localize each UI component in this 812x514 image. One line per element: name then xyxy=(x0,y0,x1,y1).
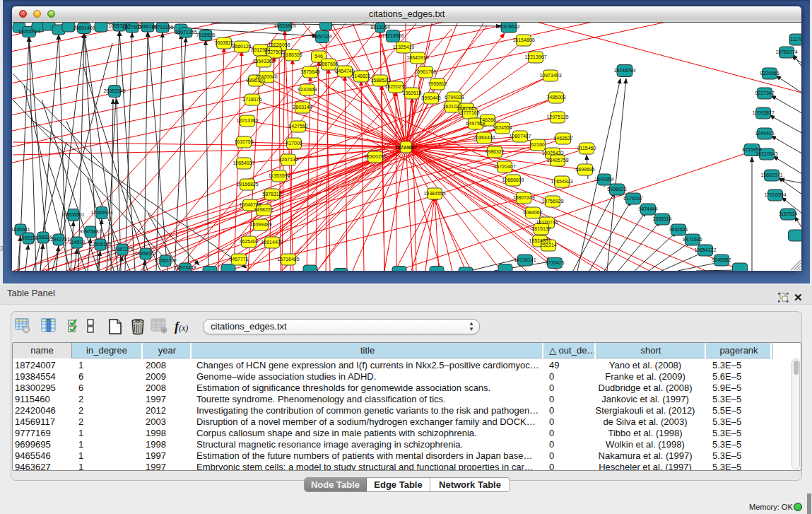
svg-text:10961768: 10961768 xyxy=(414,69,436,74)
svg-text:3498222: 3498222 xyxy=(254,207,273,212)
svg-text:15751074: 15751074 xyxy=(775,49,797,54)
svg-text:18807249: 18807249 xyxy=(512,195,534,200)
svg-text:5938923: 5938923 xyxy=(607,187,626,192)
svg-text:6179197: 6179197 xyxy=(623,196,642,201)
svg-text:18220237: 18220237 xyxy=(384,84,406,89)
svg-text:2803144: 2803144 xyxy=(293,105,312,110)
svg-text:6794028: 6794028 xyxy=(445,95,464,100)
svg-text:2718176: 2718176 xyxy=(242,97,261,102)
svg-text:5878312: 5878312 xyxy=(262,192,281,197)
svg-text:14136141: 14136141 xyxy=(514,257,536,262)
svg-text:9474444: 9474444 xyxy=(638,206,657,211)
svg-text:2867608: 2867608 xyxy=(319,62,338,66)
svg-text:18300295: 18300295 xyxy=(364,154,386,159)
svg-text:7663822: 7663822 xyxy=(214,40,233,45)
svg-text:93975887: 93975887 xyxy=(79,229,101,234)
svg-text:14055714: 14055714 xyxy=(18,29,40,34)
svg-text:10654122: 10654122 xyxy=(694,247,716,252)
svg-text:15692971: 15692971 xyxy=(760,173,782,177)
svg-text:11170: 11170 xyxy=(790,37,801,42)
svg-text:9463627: 9463627 xyxy=(553,136,572,141)
svg-text:22420046: 22420046 xyxy=(255,74,277,79)
svg-text:1835081: 1835081 xyxy=(12,227,30,232)
svg-text:12213967: 12213967 xyxy=(524,54,546,59)
svg-text:9115460: 9115460 xyxy=(577,146,596,151)
svg-text:16671355: 16671355 xyxy=(175,30,196,35)
svg-text:9227342: 9227342 xyxy=(755,90,774,95)
svg-text:8990448: 8990448 xyxy=(421,95,440,100)
svg-text:1733426: 1733426 xyxy=(545,260,564,265)
svg-text:16914479: 16914479 xyxy=(261,240,283,245)
svg-text:10958167: 10958167 xyxy=(134,251,156,256)
svg-text:18724007: 18724007 xyxy=(395,145,417,150)
svg-text:16148784: 16148784 xyxy=(613,68,635,73)
svg-text:10807487: 10807487 xyxy=(509,134,531,139)
svg-text:7515526: 7515526 xyxy=(196,33,215,37)
svg-text:19166825: 19166825 xyxy=(236,182,258,187)
svg-text:12923448: 12923448 xyxy=(174,265,196,270)
svg-text:8427552: 8427552 xyxy=(288,124,307,129)
svg-text:14099489: 14099489 xyxy=(249,222,271,227)
svg-text:546: 546 xyxy=(314,54,323,59)
svg-text:12505135: 12505135 xyxy=(89,242,111,247)
svg-text:10973493: 10973493 xyxy=(539,73,561,78)
svg-text:9146821: 9146821 xyxy=(351,74,370,78)
svg-text:1588520: 1588520 xyxy=(370,78,389,83)
svg-text:26378612: 26378612 xyxy=(498,24,519,29)
svg-text:8471636: 8471636 xyxy=(683,237,702,242)
svg-text:17957275: 17957275 xyxy=(111,247,133,252)
svg-text:1362615: 1362615 xyxy=(402,90,421,95)
svg-text:8454749: 8454749 xyxy=(335,69,354,74)
svg-text:1610753: 1610753 xyxy=(234,139,253,144)
svg-text:15720407: 15720407 xyxy=(493,164,515,169)
svg-text:1640954: 1640954 xyxy=(594,177,613,182)
svg-text:7857224: 7857224 xyxy=(312,34,331,39)
svg-text:3624554: 3624554 xyxy=(493,125,512,130)
svg-text:17016504: 17016504 xyxy=(764,192,786,197)
svg-text:19384554: 19384554 xyxy=(423,191,445,196)
svg-text:9457771: 9457771 xyxy=(229,257,248,262)
svg-text:12093877: 12093877 xyxy=(752,110,774,115)
svg-text:7632621: 7632621 xyxy=(669,227,688,232)
svg-text:17359934: 17359934 xyxy=(90,210,112,215)
svg-text:13226058: 13226058 xyxy=(268,42,290,47)
svg-text:8660124: 8660124 xyxy=(232,44,251,49)
svg-text:16033809: 16033809 xyxy=(273,23,295,28)
svg-text:3267130: 3267130 xyxy=(278,157,298,162)
svg-text:6699695: 6699695 xyxy=(575,167,594,172)
svg-text:16046788: 16046788 xyxy=(239,202,261,207)
svg-text:417006: 417006 xyxy=(286,141,302,146)
svg-text:3875645: 3875645 xyxy=(300,69,319,74)
svg-text:16210643: 16210643 xyxy=(755,151,777,156)
svg-text:8813054: 8813054 xyxy=(370,25,389,30)
svg-text:10654937: 10654937 xyxy=(233,160,254,165)
svg-text:11353594: 11353594 xyxy=(269,173,290,178)
svg-text:7955812: 7955812 xyxy=(428,81,447,86)
svg-text:9327503: 9327503 xyxy=(264,49,283,54)
svg-text:1615132: 1615132 xyxy=(531,226,551,231)
svg-text:10025433: 10025433 xyxy=(541,151,563,156)
svg-text:10756928: 10756928 xyxy=(541,199,563,204)
svg-text:1244415: 1244415 xyxy=(755,131,774,136)
svg-text:20364436: 20364436 xyxy=(473,135,495,140)
svg-text:26053346: 26053346 xyxy=(103,88,125,93)
svg-text:7485003: 7485003 xyxy=(546,95,565,100)
svg-text:9084067: 9084067 xyxy=(523,210,542,215)
svg-text:10719155: 10719155 xyxy=(151,25,173,30)
svg-text:20206501: 20206501 xyxy=(62,212,84,217)
svg-text:9329966: 9329966 xyxy=(760,71,779,76)
svg-text:18640910: 18640910 xyxy=(406,55,428,60)
svg-text:9245652: 9245652 xyxy=(712,257,731,262)
svg-text:9242848: 9242848 xyxy=(298,87,317,92)
svg-text:9777169: 9777169 xyxy=(460,110,479,115)
svg-text:1167534: 1167534 xyxy=(779,211,798,216)
svg-text:252214: 252214 xyxy=(540,243,556,247)
svg-text:10688609: 10688609 xyxy=(502,177,524,182)
svg-text:12942737: 12942737 xyxy=(47,237,69,242)
svg-text:15716485: 15716485 xyxy=(277,257,299,262)
svg-text:7625402: 7625402 xyxy=(239,239,258,244)
svg-text:19218506: 19218506 xyxy=(382,33,404,38)
svg-text:13495758: 13495758 xyxy=(546,158,568,163)
svg-text:7986322: 7986322 xyxy=(485,149,504,154)
svg-text:20691406: 20691406 xyxy=(73,25,95,30)
